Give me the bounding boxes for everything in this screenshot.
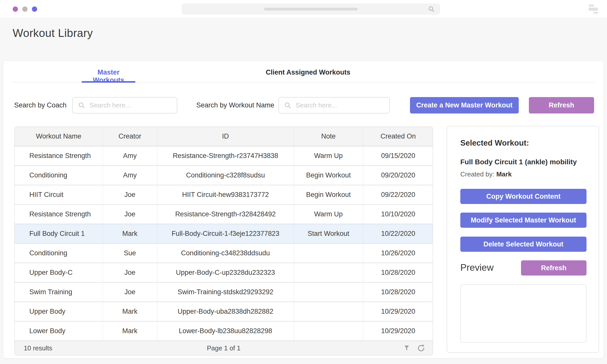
- table-cell[interactable]: Resistance-Strength-r328428492: [157, 204, 294, 224]
- table-row[interactable]: HIIT CircuitJoeHIIT Circuit-hew938317377…: [15, 185, 433, 204]
- table-cell[interactable]: Start Workout: [294, 224, 363, 243]
- table-row[interactable]: Resistance StrengthJoeResistance-Strengt…: [15, 204, 433, 224]
- table-cell[interactable]: Conditioning-c328f8sudsu: [157, 166, 294, 185]
- table-footer: 10 results Page 1 of 1: [15, 341, 433, 355]
- table-cell[interactable]: [294, 243, 363, 263]
- preview-area: [460, 284, 587, 343]
- table-cell[interactable]: Lower Body: [15, 321, 103, 341]
- table-cell[interactable]: Upper-Body-uba2838dh282882: [157, 302, 294, 321]
- table-cell[interactable]: 10/10/2020: [363, 204, 433, 224]
- window-dot-icon[interactable]: [32, 6, 37, 12]
- workout-name-search-box: [278, 97, 390, 113]
- preview-label: Preview: [460, 262, 494, 273]
- copy-workout-content-button[interactable]: Copy Workout Content: [460, 189, 587, 204]
- table-cell[interactable]: 09/15/2020: [363, 146, 433, 166]
- modify-selected-workout-button[interactable]: Modify Selected Master Workout: [460, 213, 587, 228]
- table-row[interactable]: Swim TrainingJoeSwim-Training-stdskd2929…: [15, 282, 433, 302]
- table-cell[interactable]: Resistance Strength: [15, 146, 103, 166]
- table-cell[interactable]: 09/22/2020: [363, 185, 433, 204]
- table-cell[interactable]: Begin Workout: [294, 185, 363, 204]
- table-cell[interactable]: Conditioning-c348238ddsudu: [157, 243, 294, 263]
- page-indicator: Page 1 of 1: [15, 344, 433, 352]
- table-cell[interactable]: 10/22/2020: [363, 224, 433, 243]
- table-cell[interactable]: 10/29/2020: [363, 321, 433, 341]
- reload-icon[interactable]: [417, 344, 425, 352]
- table-cell[interactable]: Lower-Body-lb238uu82828298: [157, 321, 294, 341]
- table-cell[interactable]: Conditioning: [15, 166, 103, 185]
- table-cell[interactable]: [294, 263, 363, 282]
- column-header: Workout Name: [15, 127, 103, 146]
- table-cell[interactable]: Full-Body-Circuit-1-f3eje122377823: [157, 224, 294, 243]
- coach-search-input[interactable]: [90, 98, 175, 113]
- table-cell[interactable]: Warm Up: [294, 146, 363, 166]
- main-card: Master Workouts Client Assigned Workouts…: [3, 61, 604, 358]
- table-cell[interactable]: 10/26/2020: [363, 243, 433, 263]
- table-row[interactable]: Resistance StrengthAmyResistance-Strengt…: [15, 146, 433, 166]
- table-cell[interactable]: 10/28/2020: [363, 263, 433, 282]
- selected-workout-name: Full Body Circuit 1 (ankle) mobility: [460, 158, 577, 166]
- selected-workout-panel: Selected Workout: Full Body Circuit 1 (a…: [447, 126, 599, 353]
- table-cell[interactable]: Sue: [103, 243, 157, 263]
- delete-selected-workout-button[interactable]: Delete Selected Workout: [460, 237, 587, 252]
- column-header: ID: [157, 127, 294, 146]
- active-tab-underline: [82, 81, 135, 83]
- table-cell[interactable]: Amy: [103, 146, 157, 166]
- table-cell[interactable]: Resistance-Strength-r23747H3838: [157, 146, 294, 166]
- table-cell[interactable]: Mark: [103, 321, 157, 341]
- table-cell[interactable]: [294, 321, 363, 341]
- table-cell[interactable]: Upper Body: [15, 302, 103, 321]
- table-cell[interactable]: Conditioning: [15, 243, 103, 263]
- table-cell[interactable]: Joe: [103, 282, 157, 302]
- column-header: Creator: [103, 127, 157, 146]
- coach-search-box: [72, 97, 177, 113]
- workouts-table: Workout NameCreatorIDNoteCreated On Resi…: [14, 127, 433, 355]
- table-cell[interactable]: [294, 302, 363, 321]
- table-cell[interactable]: Upper-Body-C-up2328du232323: [157, 263, 294, 282]
- table-cell[interactable]: Swim Training: [15, 282, 103, 302]
- address-bar-placeholder-line: [264, 8, 358, 11]
- search-by-workout-name-label: Search by Workout Name: [196, 101, 274, 109]
- table-cell[interactable]: Joe: [103, 263, 157, 282]
- page-title: Workout Library: [13, 27, 93, 39]
- tab-client-assigned-workouts[interactable]: Client Assigned Workouts: [256, 69, 360, 76]
- table-row[interactable]: Upper BodyMarkUpper-Body-uba2838dh282882…: [15, 302, 433, 321]
- table-cell[interactable]: 10/28/2020: [363, 282, 433, 302]
- created-by-value: Mark: [496, 170, 512, 178]
- address-bar[interactable]: [182, 4, 440, 15]
- table-cell[interactable]: Swim-Training-stdskd29293292: [157, 282, 294, 302]
- table-cell[interactable]: 10/29/2020: [363, 302, 433, 321]
- window-controls[interactable]: [13, 6, 37, 12]
- table-cell[interactable]: 09/20/2020: [363, 166, 433, 185]
- filter-icon[interactable]: [403, 344, 410, 352]
- created-by-line: Created by:Mark: [460, 170, 512, 178]
- table-cell[interactable]: Mark: [103, 302, 157, 321]
- table-cell[interactable]: [294, 282, 363, 302]
- table-cell[interactable]: Warm Up: [294, 204, 363, 224]
- table-cell[interactable]: HIIT Circuit-hew9383173772: [157, 185, 294, 204]
- table-cell[interactable]: Resistance Strength: [15, 204, 103, 224]
- table-row[interactable]: Full Body Circuit 1MarkFull-Body-Circuit…: [15, 224, 433, 243]
- window-dot-icon[interactable]: [13, 6, 18, 12]
- create-master-workout-button[interactable]: Create a New Master Workout: [410, 97, 519, 113]
- table-row[interactable]: ConditioningSueConditioning-c348238ddsud…: [15, 243, 433, 263]
- search-icon: [78, 102, 85, 109]
- table-cell[interactable]: Begin Workout: [294, 166, 363, 185]
- created-by-label: Created by:: [460, 170, 494, 178]
- search-icon: [428, 6, 435, 13]
- table-row[interactable]: Lower BodyMarkLower-Body-lb238uu82828298…: [15, 321, 433, 341]
- table-cell[interactable]: Joe: [103, 185, 157, 204]
- table-cell[interactable]: HIIT Circuit: [15, 185, 103, 204]
- table-row[interactable]: ConditioningAmyConditioning-c328f8sudsuB…: [15, 166, 433, 185]
- table-cell[interactable]: Mark: [103, 224, 157, 243]
- workout-name-search-input[interactable]: [296, 98, 388, 113]
- window-dot-icon[interactable]: [22, 6, 28, 12]
- table-cell[interactable]: Full Body Circuit 1: [15, 224, 103, 243]
- refresh-button[interactable]: Refresh: [529, 97, 594, 113]
- preview-refresh-button[interactable]: Refresh: [521, 260, 587, 276]
- table-cell[interactable]: Upper Body-C: [15, 263, 103, 282]
- table-cell[interactable]: Joe: [103, 204, 157, 224]
- table-row[interactable]: Upper Body-CJoeUpper-Body-C-up2328du2323…: [15, 263, 433, 282]
- table-cell[interactable]: Amy: [103, 166, 157, 185]
- selected-workout-heading: Selected Workout:: [460, 139, 529, 148]
- menu-icon[interactable]: [589, 4, 599, 14]
